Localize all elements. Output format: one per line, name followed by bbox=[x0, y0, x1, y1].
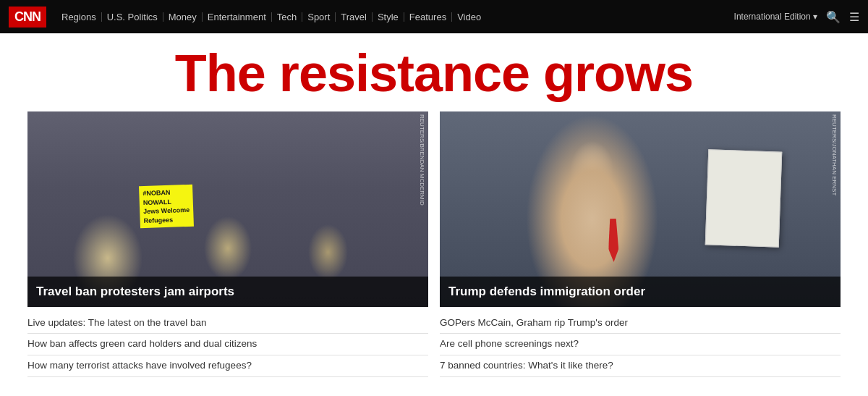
trump-tie-detail bbox=[608, 219, 618, 262]
search-icon[interactable]: 🔍 bbox=[826, 10, 841, 24]
photo-credit-left: REUTERS/BRENDAN MCDERMID bbox=[419, 114, 425, 206]
story-caption-right: Trump defends immigration order bbox=[440, 277, 841, 307]
story-links-right: GOPers McCain, Graham rip Trump's order … bbox=[440, 307, 841, 378]
nav-link-entertainment[interactable]: Entertainment bbox=[203, 12, 272, 22]
story-link-left-0[interactable]: Live updates: The latest on the travel b… bbox=[27, 313, 428, 334]
story-caption-left: Travel ban protesters jam airports bbox=[27, 277, 428, 307]
caption-text-right: Trump defends immigration order bbox=[448, 285, 645, 298]
story-link-left-2[interactable]: How many terrorist attacks have involved… bbox=[27, 355, 428, 377]
nav-link-money[interactable]: Money bbox=[163, 12, 203, 22]
nav-links: Regions U.S. Politics Money Entertainmen… bbox=[56, 12, 734, 22]
story-card-right: REUTERS/JONATHAN ERNST Trump defends imm… bbox=[434, 111, 841, 378]
main-headline: The resistance grows bbox=[0, 46, 868, 101]
story-links-left: Live updates: The latest on the travel b… bbox=[27, 307, 428, 378]
caption-text-left: Travel ban protesters jam airports bbox=[36, 285, 234, 298]
story-link-left-1[interactable]: How ban affects green card holders and d… bbox=[27, 334, 428, 355]
nav-link-regions[interactable]: Regions bbox=[56, 12, 102, 22]
story-link-right-2[interactable]: 7 banned countries: What's it like there… bbox=[440, 355, 841, 377]
content-grid: REUTERS/BRENDAN MCDERMID Travel ban prot… bbox=[0, 111, 868, 378]
nav-link-video[interactable]: Video bbox=[452, 12, 486, 22]
nav-link-tech[interactable]: Tech bbox=[272, 12, 302, 22]
navigation-bar: CNN Regions U.S. Politics Money Entertai… bbox=[0, 0, 868, 33]
nav-link-style[interactable]: Style bbox=[373, 12, 404, 22]
cnn-logo[interactable]: CNN bbox=[9, 7, 46, 28]
nav-link-sport[interactable]: Sport bbox=[302, 12, 336, 22]
headline-section: The resistance grows bbox=[0, 33, 868, 111]
story-image-trump[interactable]: REUTERS/JONATHAN ERNST Trump defends imm… bbox=[440, 111, 841, 307]
nav-link-uspolitics[interactable]: U.S. Politics bbox=[102, 12, 163, 22]
nav-link-features[interactable]: Features bbox=[404, 12, 452, 22]
story-link-right-0[interactable]: GOPers McCain, Graham rip Trump's order bbox=[440, 313, 841, 334]
photo-credit-right: REUTERS/JONATHAN ERNST bbox=[831, 114, 838, 195]
menu-icon[interactable]: ☰ bbox=[849, 10, 859, 24]
nav-link-travel[interactable]: Travel bbox=[336, 12, 373, 22]
story-card-left: REUTERS/BRENDAN MCDERMID Travel ban prot… bbox=[27, 111, 434, 378]
international-edition-label[interactable]: International Edition ▾ bbox=[734, 12, 817, 22]
story-link-right-1[interactable]: Are cell phone screenings next? bbox=[440, 334, 841, 355]
story-image-protest[interactable]: REUTERS/BRENDAN MCDERMID Travel ban prot… bbox=[27, 111, 428, 307]
nav-right: International Edition ▾ 🔍 ☰ bbox=[734, 10, 859, 24]
